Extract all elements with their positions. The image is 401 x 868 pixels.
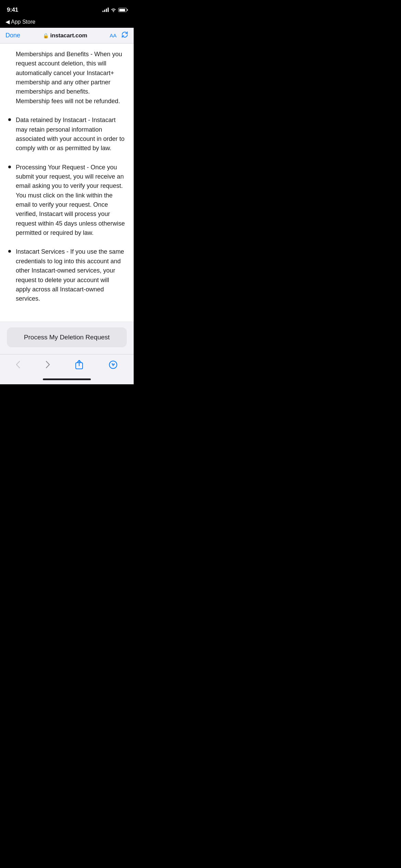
home-indicator	[0, 376, 134, 384]
page-content: Memberships and Benefits - When you requ…	[0, 44, 134, 322]
continuation-text: Memberships and Benefits - When you requ…	[8, 50, 125, 106]
back-chevron-icon	[16, 361, 20, 368]
back-arrow-icon: ◀	[5, 19, 10, 25]
url-bar: 🔒 instacart.com	[23, 32, 107, 39]
list-item: Instacart Services - If you use the same…	[8, 247, 125, 303]
status-icons	[102, 8, 127, 12]
bottom-action-area: Process My Deletion Request	[0, 322, 134, 354]
home-pill	[43, 378, 91, 380]
bullet-dot	[8, 250, 11, 253]
reload-button[interactable]	[121, 31, 128, 40]
aa-button[interactable]: AA	[110, 33, 117, 38]
browser-right-controls: AA	[110, 31, 128, 40]
battery-icon	[118, 8, 127, 12]
browser-toolbar: Done 🔒 instacart.com AA	[0, 28, 134, 43]
url-text: instacart.com	[50, 32, 87, 39]
bullet-dot	[8, 166, 11, 168]
list-item: Data retained by Instacart - Instacart m…	[8, 116, 125, 153]
share-icon	[75, 360, 83, 370]
compass-button[interactable]	[103, 358, 123, 372]
status-time: 9:41	[7, 7, 18, 13]
status-bar: 9:41	[0, 0, 134, 17]
process-deletion-button[interactable]: Process My Deletion Request	[7, 327, 127, 347]
browser-nav	[0, 354, 134, 376]
back-label[interactable]: App Store	[11, 19, 35, 25]
bullet-list: Data retained by Instacart - Instacart m…	[8, 116, 125, 303]
wifi-icon	[111, 8, 116, 12]
browser-chrome: Done 🔒 instacart.com AA	[0, 28, 134, 44]
reload-icon	[121, 31, 128, 38]
app-store-nav-bar: ◀ App Store	[0, 17, 134, 28]
share-button[interactable]	[70, 357, 88, 372]
bullet-dot	[8, 118, 11, 121]
svg-point-1	[109, 361, 117, 369]
forward-nav-button[interactable]	[40, 358, 56, 371]
forward-chevron-icon	[46, 361, 50, 368]
bullet-text: Data retained by Instacart - Instacart m…	[16, 116, 125, 153]
signal-icon	[102, 8, 109, 12]
bullet-text: Processing Your Request - Once you submi…	[16, 163, 125, 238]
list-item: Processing Your Request - Once you submi…	[8, 163, 125, 238]
bullet-text: Instacart Services - If you use the same…	[16, 247, 125, 303]
lock-icon: 🔒	[43, 33, 49, 38]
back-nav-button[interactable]	[11, 358, 26, 371]
compass-icon	[109, 360, 118, 369]
done-button[interactable]: Done	[5, 32, 20, 39]
